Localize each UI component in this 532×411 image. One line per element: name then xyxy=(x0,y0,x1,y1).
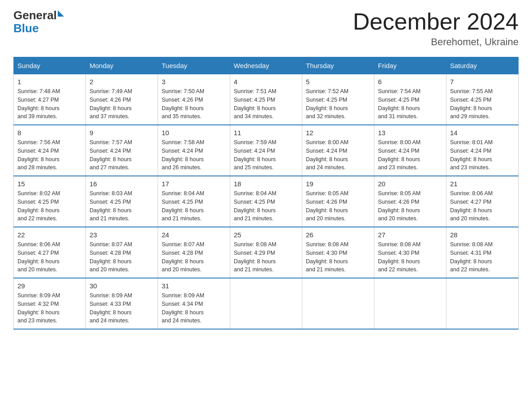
day-number: 19 xyxy=(306,180,370,188)
calendar-day-cell: 13 Sunrise: 8:00 AM Sunset: 4:24 PM Dayl… xyxy=(374,125,446,176)
calendar-day-cell xyxy=(446,278,519,329)
day-info: Sunrise: 7:57 AM Sunset: 4:24 PM Dayligh… xyxy=(90,138,154,172)
day-info: Sunrise: 7:51 AM Sunset: 4:25 PM Dayligh… xyxy=(234,87,298,121)
calendar-day-cell: 31 Sunrise: 8:09 AM Sunset: 4:34 PM Dayl… xyxy=(158,278,230,329)
calendar-day-cell: 12 Sunrise: 8:00 AM Sunset: 4:24 PM Dayl… xyxy=(302,125,374,176)
calendar-day-cell: 29 Sunrise: 8:09 AM Sunset: 4:32 PM Dayl… xyxy=(14,278,86,329)
calendar-body: 1 Sunrise: 7:48 AM Sunset: 4:27 PM Dayli… xyxy=(14,74,519,330)
calendar-day-cell: 20 Sunrise: 8:05 AM Sunset: 4:26 PM Dayl… xyxy=(374,176,446,227)
day-info: Sunrise: 7:58 AM Sunset: 4:24 PM Dayligh… xyxy=(162,138,226,172)
day-info: Sunrise: 8:04 AM Sunset: 4:25 PM Dayligh… xyxy=(234,189,298,223)
calendar-day-cell: 30 Sunrise: 8:09 AM Sunset: 4:33 PM Dayl… xyxy=(86,278,158,329)
day-number: 11 xyxy=(234,129,298,137)
calendar-day-cell: 4 Sunrise: 7:51 AM Sunset: 4:25 PM Dayli… xyxy=(230,74,302,125)
calendar-day-cell xyxy=(230,278,302,329)
calendar-day-cell: 1 Sunrise: 7:48 AM Sunset: 4:27 PM Dayli… xyxy=(14,74,86,125)
day-info: Sunrise: 8:05 AM Sunset: 4:26 PM Dayligh… xyxy=(306,189,370,223)
day-info: Sunrise: 7:56 AM Sunset: 4:24 PM Dayligh… xyxy=(17,138,82,172)
col-tuesday: Tuesday xyxy=(158,57,230,74)
calendar-day-cell xyxy=(302,278,374,329)
calendar-day-cell: 2 Sunrise: 7:49 AM Sunset: 4:26 PM Dayli… xyxy=(86,74,158,125)
calendar-week-row: 29 Sunrise: 8:09 AM Sunset: 4:32 PM Dayl… xyxy=(14,278,519,329)
day-number: 23 xyxy=(90,231,154,239)
calendar-day-cell: 16 Sunrise: 8:03 AM Sunset: 4:25 PM Dayl… xyxy=(86,176,158,227)
day-info: Sunrise: 8:09 AM Sunset: 4:32 PM Dayligh… xyxy=(17,291,82,325)
day-info: Sunrise: 8:06 AM Sunset: 4:27 PM Dayligh… xyxy=(17,240,82,274)
header-row: Sunday Monday Tuesday Wednesday Thursday… xyxy=(14,57,519,74)
day-info: Sunrise: 7:50 AM Sunset: 4:26 PM Dayligh… xyxy=(162,87,226,121)
title-section: December 2024 Berehomet, Ukraine xyxy=(353,9,519,48)
day-number: 31 xyxy=(162,282,226,290)
calendar-day-cell: 8 Sunrise: 7:56 AM Sunset: 4:24 PM Dayli… xyxy=(14,125,86,176)
day-info: Sunrise: 8:08 AM Sunset: 4:30 PM Dayligh… xyxy=(378,240,442,274)
day-number: 10 xyxy=(162,129,226,137)
calendar-week-row: 22 Sunrise: 8:06 AM Sunset: 4:27 PM Dayl… xyxy=(14,227,519,278)
day-number: 30 xyxy=(90,282,154,290)
col-wednesday: Wednesday xyxy=(230,57,302,74)
calendar-day-cell: 27 Sunrise: 8:08 AM Sunset: 4:30 PM Dayl… xyxy=(374,227,446,278)
col-thursday: Thursday xyxy=(302,57,374,74)
calendar-day-cell: 9 Sunrise: 7:57 AM Sunset: 4:24 PM Dayli… xyxy=(86,125,158,176)
calendar-day-cell: 22 Sunrise: 8:06 AM Sunset: 4:27 PM Dayl… xyxy=(14,227,86,278)
day-number: 25 xyxy=(234,231,298,239)
day-info: Sunrise: 7:48 AM Sunset: 4:27 PM Dayligh… xyxy=(17,87,82,121)
day-number: 28 xyxy=(450,231,515,239)
day-number: 8 xyxy=(17,129,82,137)
calendar-day-cell: 17 Sunrise: 8:04 AM Sunset: 4:25 PM Dayl… xyxy=(158,176,230,227)
calendar-day-cell: 15 Sunrise: 8:02 AM Sunset: 4:25 PM Dayl… xyxy=(14,176,86,227)
day-number: 16 xyxy=(90,180,154,188)
day-number: 12 xyxy=(306,129,370,137)
calendar-day-cell: 23 Sunrise: 8:07 AM Sunset: 4:28 PM Dayl… xyxy=(86,227,158,278)
calendar-day-cell: 6 Sunrise: 7:54 AM Sunset: 4:25 PM Dayli… xyxy=(374,74,446,125)
day-number: 22 xyxy=(17,231,82,239)
calendar-day-cell xyxy=(374,278,446,329)
calendar-day-cell: 28 Sunrise: 8:08 AM Sunset: 4:31 PM Dayl… xyxy=(446,227,519,278)
col-sunday: Sunday xyxy=(14,57,86,74)
page-header: General Blue December 2024 Berehomet, Uk… xyxy=(13,9,519,48)
calendar-day-cell: 14 Sunrise: 8:01 AM Sunset: 4:24 PM Dayl… xyxy=(446,125,519,176)
calendar-header: Sunday Monday Tuesday Wednesday Thursday… xyxy=(14,57,519,74)
day-info: Sunrise: 8:07 AM Sunset: 4:28 PM Dayligh… xyxy=(162,240,226,274)
logo-text-general: General xyxy=(13,9,57,22)
day-info: Sunrise: 8:00 AM Sunset: 4:24 PM Dayligh… xyxy=(378,138,442,172)
day-number: 18 xyxy=(234,180,298,188)
day-number: 3 xyxy=(162,78,226,86)
day-info: Sunrise: 7:52 AM Sunset: 4:25 PM Dayligh… xyxy=(306,87,370,121)
day-number: 24 xyxy=(162,231,226,239)
day-number: 17 xyxy=(162,180,226,188)
calendar-day-cell: 24 Sunrise: 8:07 AM Sunset: 4:28 PM Dayl… xyxy=(158,227,230,278)
day-info: Sunrise: 8:06 AM Sunset: 4:27 PM Dayligh… xyxy=(450,189,515,223)
calendar-day-cell: 3 Sunrise: 7:50 AM Sunset: 4:26 PM Dayli… xyxy=(158,74,230,125)
day-info: Sunrise: 8:03 AM Sunset: 4:25 PM Dayligh… xyxy=(90,189,154,223)
day-info: Sunrise: 8:05 AM Sunset: 4:26 PM Dayligh… xyxy=(378,189,442,223)
day-info: Sunrise: 7:54 AM Sunset: 4:25 PM Dayligh… xyxy=(378,87,442,121)
day-number: 6 xyxy=(378,78,442,86)
day-number: 5 xyxy=(306,78,370,86)
day-info: Sunrise: 8:07 AM Sunset: 4:28 PM Dayligh… xyxy=(90,240,154,274)
day-number: 13 xyxy=(378,129,442,137)
day-number: 29 xyxy=(17,282,82,290)
day-info: Sunrise: 8:09 AM Sunset: 4:33 PM Dayligh… xyxy=(90,291,154,325)
calendar-day-cell: 10 Sunrise: 7:58 AM Sunset: 4:24 PM Dayl… xyxy=(158,125,230,176)
month-year-title: December 2024 xyxy=(353,9,519,34)
day-number: 20 xyxy=(378,180,442,188)
calendar-day-cell: 5 Sunrise: 7:52 AM Sunset: 4:25 PM Dayli… xyxy=(302,74,374,125)
calendar-week-row: 8 Sunrise: 7:56 AM Sunset: 4:24 PM Dayli… xyxy=(14,125,519,176)
logo-text-blue: Blue xyxy=(13,22,39,35)
day-info: Sunrise: 8:04 AM Sunset: 4:25 PM Dayligh… xyxy=(162,189,226,223)
calendar-day-cell: 11 Sunrise: 7:59 AM Sunset: 4:24 PM Dayl… xyxy=(230,125,302,176)
day-number: 26 xyxy=(306,231,370,239)
calendar-day-cell: 25 Sunrise: 8:08 AM Sunset: 4:29 PM Dayl… xyxy=(230,227,302,278)
calendar-day-cell: 26 Sunrise: 8:08 AM Sunset: 4:30 PM Dayl… xyxy=(302,227,374,278)
day-info: Sunrise: 8:01 AM Sunset: 4:24 PM Dayligh… xyxy=(450,138,515,172)
col-monday: Monday xyxy=(86,57,158,74)
day-info: Sunrise: 8:09 AM Sunset: 4:34 PM Dayligh… xyxy=(162,291,226,325)
calendar-day-cell: 7 Sunrise: 7:55 AM Sunset: 4:25 PM Dayli… xyxy=(446,74,519,125)
day-number: 4 xyxy=(234,78,298,86)
day-info: Sunrise: 8:08 AM Sunset: 4:30 PM Dayligh… xyxy=(306,240,370,274)
calendar-table: Sunday Monday Tuesday Wednesday Thursday… xyxy=(13,57,519,330)
col-friday: Friday xyxy=(374,57,446,74)
calendar-day-cell: 19 Sunrise: 8:05 AM Sunset: 4:26 PM Dayl… xyxy=(302,176,374,227)
day-info: Sunrise: 8:08 AM Sunset: 4:31 PM Dayligh… xyxy=(450,240,515,274)
day-number: 2 xyxy=(90,78,154,86)
